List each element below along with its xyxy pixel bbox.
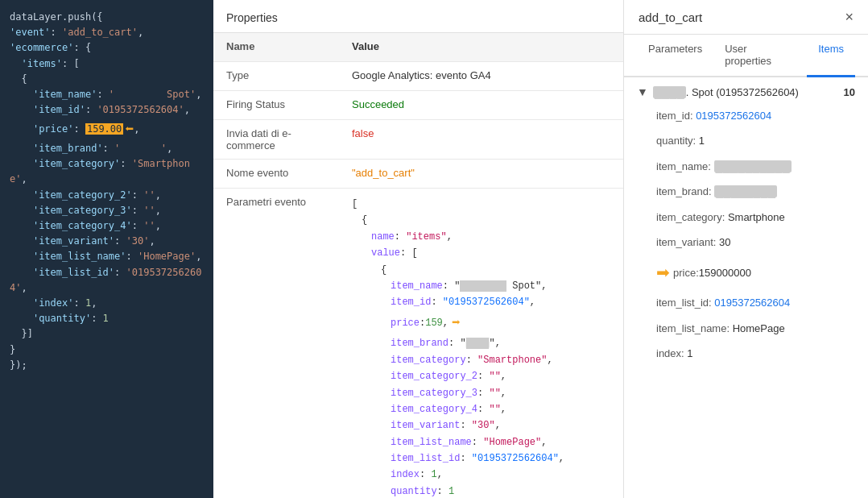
detail-index: index: 1	[637, 341, 855, 366]
prop-row-parametri: Parametri evento [ { name: "items", valu…	[213, 189, 623, 498]
item-toggle-icon: ▼	[637, 85, 648, 98]
detail-index-value: 1	[687, 347, 692, 359]
detail-item-name: item_name: ██████████	[637, 154, 855, 179]
prop-firing-value: Succeeded	[342, 91, 623, 118]
prop-header-row: Name Value	[213, 33, 623, 62]
detail-item-variant-label: item_variant:	[656, 236, 719, 248]
prop-parametri-value: [ { name: "items", value: [ { item_name:…	[342, 189, 623, 498]
detail-item-id-label: item_id:	[656, 110, 696, 122]
detail-price-value: 159000000	[699, 264, 751, 282]
detail-price: ➡ price: 159000000	[637, 255, 855, 290]
detail-item-brand: item_brand: ████████	[637, 179, 855, 204]
detail-item-variant: item_variant: 30	[637, 230, 855, 255]
item-group-label: ████. Spot (0195372562604)	[653, 86, 844, 98]
tab-parameters[interactable]: Parameters	[637, 35, 713, 77]
detail-item-list-name-label: item_list_name:	[656, 322, 733, 334]
prop-firing-label: Firing Status	[213, 91, 342, 118]
prop-row-nome: Nome evento "add_to_cart"	[213, 160, 623, 189]
prop-row-type: Type Google Analytics: evento GA4	[213, 62, 623, 91]
prop-invia-value: false	[342, 120, 623, 147]
prop-nome-label: Nome evento	[213, 160, 342, 186]
prop-type-label: Type	[213, 62, 342, 89]
detail-quantity-value: 1	[699, 135, 705, 147]
col-name-header: Name	[213, 33, 342, 60]
detail-item-list-name: item_list_name: HomePage	[637, 316, 855, 341]
detail-item-id: item_id: 0195372562604	[637, 103, 855, 128]
detail-item-category: item_category: Smartphone	[637, 205, 855, 230]
item-group-row[interactable]: ▼ ████. Spot (0195372562604) 10	[637, 85, 855, 98]
properties-panel: Properties Name Value Type Google Analyt…	[213, 0, 624, 498]
properties-title: Properties	[213, 0, 623, 33]
tab-items[interactable]: Items	[807, 35, 855, 77]
detail-index-label: index:	[656, 347, 687, 359]
prop-row-invia: Invia dati di e-commerce false	[213, 120, 623, 160]
right-panel-title: add_to_cart	[639, 10, 702, 24]
properties-table: Name Value Type Google Analytics: evento…	[213, 33, 623, 498]
detail-quantity: quantity: 1	[637, 128, 855, 153]
detail-item-list-name-value: HomePage	[733, 322, 785, 334]
prop-type-value: Google Analytics: evento GA4	[342, 62, 623, 89]
detail-item-category-label: item_category:	[656, 211, 728, 223]
arrow-price-icon: ➡	[656, 258, 670, 287]
col-value-header: Value	[342, 33, 623, 60]
detail-quantity-label: quantity:	[656, 135, 699, 147]
detail-item-name-label: item_name:	[656, 160, 714, 172]
tab-user-properties[interactable]: User properties	[713, 35, 807, 77]
detail-item-variant-value: 30	[719, 236, 730, 248]
detail-item-category-value: Smartphone	[728, 211, 785, 223]
prop-row-firing: Firing Status Succeeded	[213, 91, 623, 120]
right-tabs: Parameters User properties Items	[624, 35, 868, 77]
prop-parametri-label: Parametri evento	[213, 189, 342, 215]
detail-item-brand-value: ████████	[714, 185, 777, 197]
right-content: ▼ ████. Spot (0195372562604) 10 item_id:…	[624, 77, 868, 498]
right-header: add_to_cart ×	[624, 0, 868, 35]
detail-item-list-id: item_list_id: 0195372562604	[637, 290, 855, 315]
detail-item-brand-label: item_brand:	[656, 185, 714, 197]
detail-price-label: price:	[673, 264, 699, 282]
prop-nome-value: "add_to_cart"	[342, 160, 623, 186]
prop-invia-label: Invia dati di e-commerce	[213, 120, 342, 159]
right-panel: add_to_cart × Parameters User properties…	[624, 0, 868, 498]
detail-item-id-value: 0195372562604	[696, 110, 771, 122]
item-count-badge: 10	[844, 86, 855, 98]
close-button[interactable]: ×	[845, 10, 854, 24]
code-panel: dataLayer.push({ 'event': 'add_to_cart',…	[0, 0, 213, 498]
detail-item-list-id-label: item_list_id:	[656, 297, 714, 309]
detail-item-list-id-value: 0195372562604	[714, 297, 790, 309]
detail-item-name-value: ██████████	[714, 160, 792, 172]
